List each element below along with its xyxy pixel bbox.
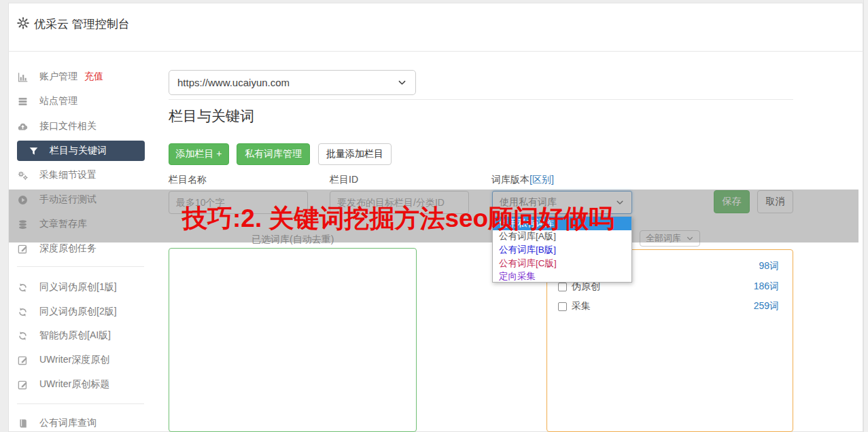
sidebar-item-label: 采集细节设置 [39, 169, 97, 181]
word-count: 98词 [759, 260, 779, 272]
sidebar-item-label: 智能伪原创[AI版] [39, 329, 111, 342]
sidebar-item-ai-rewrite[interactable]: 智能伪原创[AI版] [17, 325, 145, 346]
sidebar-item-interface-files[interactable]: 接口文件相关 [17, 116, 145, 137]
book-icon [17, 418, 29, 429]
edit-icon [17, 379, 29, 391]
sidebar-item-uwriter-deep[interactable]: UWriter深度原创 [17, 350, 145, 370]
recharge-badge[interactable]: 充值 [84, 71, 103, 83]
cloud-upload-icon [17, 121, 29, 132]
add-column-button[interactable]: 添加栏目 + [169, 143, 229, 165]
refresh-icon [17, 306, 29, 318]
checkbox[interactable] [558, 283, 567, 291]
sidebar-item-label: UWriter原创标题 [39, 378, 109, 391]
gears-icon [17, 170, 29, 181]
sidebar-item-synonym-v2[interactable]: 同义词伪原创[2版] [17, 302, 145, 322]
sidebar-divider [17, 403, 144, 404]
column-name-label: 栏目名称 [169, 174, 207, 186]
refresh-icon [17, 330, 29, 342]
sidebar-item-label: 公有词库查询 [39, 417, 97, 429]
edit-icon [17, 243, 29, 255]
dropdown-option-public-b[interactable]: 公有词库[B版] [493, 243, 631, 257]
sidebar-item-collect-settings[interactable]: 采集细节设置 [17, 165, 145, 185]
library-row: 采集 259词 [558, 299, 782, 314]
page-title: 栏目与关键词 [169, 107, 254, 126]
chevron-down-icon [397, 77, 407, 88]
sidebar-item-uwriter-title[interactable]: UWriter原创标题 [17, 374, 145, 395]
site-url-select[interactable]: https://www.ucaiyun.com [169, 70, 416, 95]
sidebar-item-label: 同义词伪原创[2版] [39, 306, 117, 318]
gear-icon [16, 16, 30, 30]
sidebar-item-label: 账户管理 [39, 71, 77, 83]
selected-thesaurus-panel[interactable] [169, 248, 417, 432]
refresh-icon [17, 282, 29, 293]
private-thesaurus-button[interactable]: 私有词库管理 [237, 143, 310, 165]
sidebar-item-account[interactable]: 账户管理 充值 [17, 67, 145, 87]
sidebar-item-label: 栏目与关键词 [50, 145, 107, 157]
filter-icon [28, 145, 39, 157]
sidebar-item-label: 接口文件相关 [39, 120, 97, 132]
content-divider [169, 99, 793, 100]
dropdown-option-targeted-collect[interactable]: 定向采集 [493, 270, 631, 283]
sidebar-item-synonym-v1[interactable]: 同义词伪原创[1版] [17, 277, 145, 298]
site-url-value: https://www.ucaiyun.com [177, 77, 290, 88]
bar-chart-icon [17, 71, 29, 83]
sidebar-item-label: 站点管理 [39, 95, 77, 107]
column-id-label: 栏目ID [330, 174, 358, 186]
app-title: 优采云 管理控制台 [34, 16, 130, 32]
checkbox[interactable] [558, 302, 567, 311]
sidebar-item-label: 同义词伪原创[1版] [39, 281, 117, 293]
sidebar-item-columns-keywords[interactable]: 栏目与关键词 [17, 141, 145, 161]
sidebar-item-sites[interactable]: 站点管理 [17, 91, 145, 111]
vertical-scrollbar[interactable] [863, 0, 868, 432]
sidebar-item-label: UWriter深度原创 [39, 354, 109, 366]
batch-add-button[interactable]: 批量添加栏目 [318, 143, 392, 165]
edit-icon [17, 355, 29, 366]
header-divider [8, 51, 863, 52]
word-count: 186词 [754, 281, 779, 293]
thesaurus-version-label: 词库版本[区别] [491, 174, 554, 186]
server-icon [17, 96, 29, 107]
sidebar-item-label: 深度原创任务 [39, 242, 97, 255]
version-diff-link[interactable]: [区别] [530, 174, 554, 185]
watermark-text: 技巧:2. 关键词挖掘方法seo顾问好做吗 [182, 202, 614, 236]
sidebar-divider [17, 266, 144, 267]
dropdown-option-public-c[interactable]: 公有词库[C版] [493, 257, 631, 270]
sidebar-item-public-thesaurus[interactable]: 公有词库查询 [17, 413, 145, 432]
word-count: 259词 [754, 300, 779, 312]
